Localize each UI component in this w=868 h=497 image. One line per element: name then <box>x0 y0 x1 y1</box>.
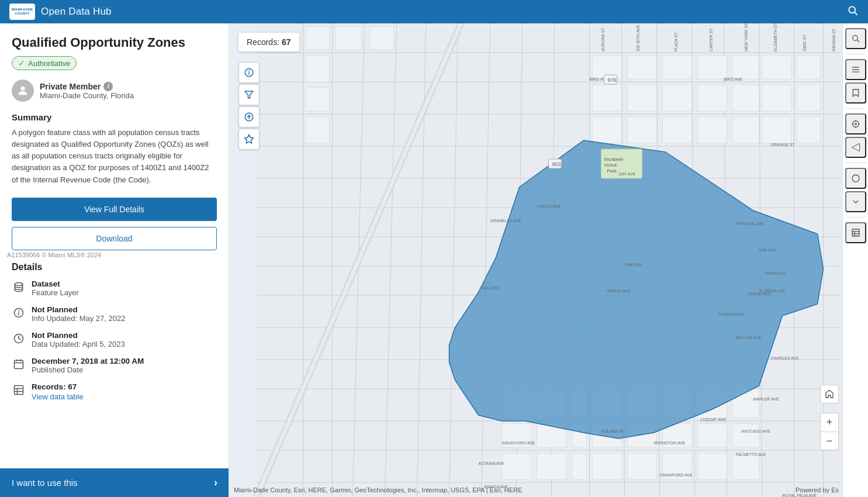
separator-4 <box>845 217 865 218</box>
right-layers-button[interactable] <box>845 59 866 80</box>
svg-point-172 <box>852 175 859 182</box>
right-collapse-button[interactable] <box>845 191 866 212</box>
svg-text:CRAWFORD AVE: CRAWFORD AVE <box>660 473 693 477</box>
svg-text:ELIZABETH ST: ELIZABETH ST <box>773 23 777 51</box>
records-count: 67 <box>282 37 291 47</box>
author-name: Private Member i <box>40 82 134 91</box>
svg-rect-94 <box>502 453 531 479</box>
data-updated-value: Data Updated: April 5, 2023 <box>32 340 125 348</box>
svg-marker-165 <box>853 89 858 96</box>
svg-rect-12 <box>15 385 23 394</box>
svg-rect-68 <box>733 85 759 111</box>
view-full-details-button[interactable]: View Full Details <box>12 198 217 221</box>
table-icon <box>12 383 26 397</box>
svg-text:GRAND AVE: GRAND AVE <box>748 292 772 296</box>
svg-rect-66 <box>663 85 692 111</box>
svg-rect-65 <box>628 85 657 111</box>
detail-row-data-updated: Not Planned Data Updated: April 5, 2023 <box>12 331 217 348</box>
svg-text:PERCIVAL AVE: PERCIVAL AVE <box>736 222 765 226</box>
svg-rect-77 <box>797 117 821 143</box>
map-filter-button[interactable] <box>238 84 260 105</box>
nav-search-button[interactable] <box>847 5 859 19</box>
logo-area: MIAMI-DADECOUNTY Open Data Hub <box>9 4 112 20</box>
svg-text:WILLIAM AVE: WILLIAM AVE <box>736 336 762 340</box>
svg-text:BIRD AVE: BIRD AVE <box>724 77 743 81</box>
right-search-button[interactable] <box>845 28 866 49</box>
svg-rect-69 <box>762 85 791 111</box>
records-label: Records: <box>247 37 279 47</box>
logo-text: MIAMI-DADECOUNTY <box>12 8 33 16</box>
svg-text:IRVINGTON AVE: IRVINGTON AVE <box>654 441 686 445</box>
right-bookmark-button[interactable] <box>845 82 866 103</box>
app-title: Open Data Hub <box>41 6 112 18</box>
svg-text:DAY AVE: DAY AVE <box>619 172 636 176</box>
svg-text:ASTANIA AVE: ASTANIA AVE <box>479 461 504 465</box>
svg-rect-62 <box>762 56 791 79</box>
separator-2 <box>845 108 865 109</box>
right-measure-button[interactable] <box>845 137 866 158</box>
download-button[interactable]: Download <box>12 227 217 250</box>
svg-rect-73 <box>663 117 692 143</box>
dataset-label: Dataset <box>32 279 79 288</box>
map-svg: AURORA ST SW 30TH AVE PLAZA ST CARTER ST… <box>229 23 868 497</box>
svg-text:OAK AVE: OAK AVE <box>759 248 777 252</box>
svg-rect-96 <box>572 453 587 479</box>
zoom-out-button[interactable]: − <box>820 432 839 450</box>
svg-rect-71 <box>593 117 622 143</box>
right-locate-button[interactable] <box>845 113 866 134</box>
svg-rect-63 <box>797 56 821 79</box>
svg-rect-95 <box>537 453 566 479</box>
right-notes-button[interactable] <box>845 168 866 189</box>
svg-rect-101 <box>733 453 759 479</box>
svg-line-1 <box>855 12 857 15</box>
dataset-value: Feature Layer <box>32 288 79 297</box>
right-table-button[interactable] <box>845 222 866 243</box>
map-info-button[interactable] <box>238 62 260 83</box>
avatar <box>12 80 34 102</box>
svg-rect-75 <box>733 117 759 143</box>
svg-text:ORANGE ST: ORANGE ST <box>771 143 796 147</box>
separator-3 <box>845 163 865 163</box>
svg-point-160 <box>852 36 857 41</box>
info-updated-value: Info Updated: May 27, 2022 <box>32 314 125 323</box>
svg-rect-70 <box>797 85 821 111</box>
map-attribution: Miami-Dade County, Esri, HERE, Garmin, G… <box>234 486 522 493</box>
separator-1 <box>845 54 865 54</box>
svg-point-0 <box>849 6 855 13</box>
summary-text: A polygon feature class with all populat… <box>12 127 217 186</box>
database-icon <box>12 280 26 294</box>
svg-rect-64 <box>593 85 622 111</box>
svg-text:ROYAL PALM AVE: ROYAL PALM AVE <box>783 493 817 497</box>
zoom-in-button[interactable]: + <box>820 413 839 432</box>
svg-rect-92 <box>698 424 727 447</box>
svg-text:SOLANA RD: SOLANA RD <box>601 429 625 433</box>
svg-rect-51 <box>306 26 330 50</box>
map-area[interactable]: AURORA ST SW 30TH AVE PLAZA ST CARTER ST… <box>229 23 868 497</box>
view-data-table-link[interactable]: View data table <box>32 392 84 401</box>
detail-content-info-updated: Not Planned Info Updated: May 27, 2022 <box>32 305 125 323</box>
svg-text:SW 30TH AVE: SW 30TH AVE <box>636 25 640 51</box>
svg-point-167 <box>855 123 856 125</box>
svg-rect-98 <box>628 453 657 479</box>
svg-point-2 <box>20 87 25 91</box>
svg-rect-56 <box>306 117 330 143</box>
svg-text:OAK AVE: OAK AVE <box>625 263 642 267</box>
svg-line-161 <box>857 40 859 42</box>
svg-text:33RD ST: 33RD ST <box>803 34 807 51</box>
svg-rect-61 <box>733 56 759 79</box>
author-info-icon[interactable]: i <box>103 82 113 91</box>
map-toolbar-left <box>238 62 260 150</box>
svg-text:FROW AVE: FROW AVE <box>765 271 787 275</box>
svg-text:CHARLES AVE: CHARLES AVE <box>771 356 799 360</box>
map-star-button[interactable] <box>238 129 260 150</box>
map-upload-button[interactable] <box>238 106 260 127</box>
powered-by: Powered by Es <box>796 486 839 493</box>
svg-rect-74 <box>698 117 727 143</box>
summary-heading: Summary <box>12 112 217 122</box>
cta-bar[interactable]: I want to use this › <box>0 468 229 497</box>
check-icon: ✓ <box>18 58 25 68</box>
map-home-button[interactable] <box>820 385 839 403</box>
svg-marker-159 <box>245 135 254 143</box>
svg-text:CARTER ST: CARTER ST <box>709 28 713 51</box>
svg-text:Elizabeth: Elizabeth <box>604 157 624 162</box>
